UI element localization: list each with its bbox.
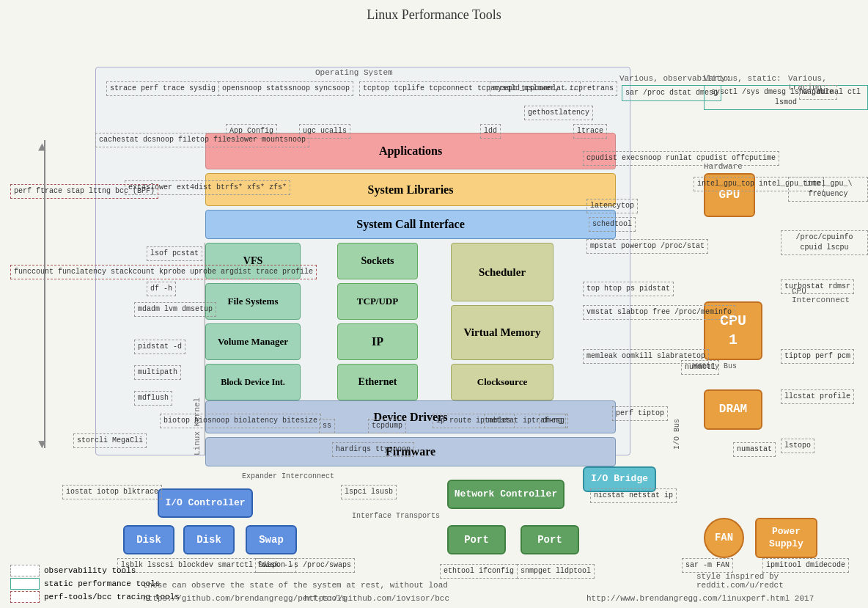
scheduler-block: Scheduler: [451, 243, 553, 301]
legend-obs-box: [10, 565, 40, 576]
tool-dmesg: dmesg: [539, 414, 568, 428]
volume-manager-block: Volume Manager: [205, 323, 301, 360]
tool-snmpget: snmpget lldptool: [517, 564, 595, 579]
tool-cachestat: cachestat dcsnoop filetop fileslower mou…: [95, 133, 309, 147]
tool-perf-tiptop: perf tiptop: [612, 406, 668, 421]
tool-biotop: biotop biosnoop biolatency bitesize: [160, 414, 321, 428]
tool-tiptop-perf: tiptop perf pcm: [781, 349, 854, 364]
tool-llcstat: llcstat profile: [781, 389, 854, 404]
virtual-memory-block: Virtual Memory: [451, 305, 553, 360]
tool-sar-fan: sar -m FAN: [682, 558, 733, 573]
tool-intel-gpu-freq: intel_gpu_\ frequency: [788, 177, 868, 202]
network-controller-block: Network Controller: [447, 480, 564, 509]
tool-mpstat: mpstat powertop /proc/stat: [586, 239, 708, 254]
port2-block: Port: [521, 525, 579, 554]
tool-ltrace: ltrace: [573, 124, 607, 139]
tool-df-h: df -h: [147, 282, 176, 296]
tcp-udp-block: TCP/UDP: [337, 283, 418, 320]
tool-opensnoop: opensnoop statssnoop syncsoop: [218, 81, 353, 96]
system-call-block: System Call Interface: [205, 210, 616, 239]
tool-ipmitool: ipmitool dmidecode: [762, 558, 849, 573]
tool-pidstat-d: pidstat -d: [134, 340, 185, 354]
tool-gethostlatency: gethostlatency: [524, 106, 593, 120]
ethernet-block: Ethernet: [337, 364, 418, 400]
disk1-block: Disk: [123, 525, 174, 554]
sockets-block: Sockets: [337, 243, 418, 279]
interface-transports-label: Interface Transports: [352, 512, 440, 520]
tool-cpudist: cpudist execsnoop runlat cpudist offcput…: [583, 151, 779, 166]
port1-block: Port: [447, 525, 506, 554]
tool-ldd: ldd: [480, 124, 501, 139]
page-title: Linux Performance Tools: [0, 0, 868, 26]
bcc-link[interactable]: https://github.com/iovisor/bcc: [304, 594, 449, 603]
tool-lspci: lspci lsusb: [341, 485, 397, 499]
tool-sysctl: sysctl /sys dmesg lshw journal ctl lsmod: [704, 85, 868, 110]
fan-block: FAN: [704, 518, 744, 558]
tool-ethtool: ethtool ifconfig: [440, 564, 518, 579]
tool-schedtool: schedtool: [589, 217, 636, 232]
disk2-block: Disk: [183, 525, 235, 554]
clocksource-block: Clocksource: [451, 364, 553, 400]
down-arrow: ▼: [38, 437, 46, 452]
tool-capable: capable: [799, 85, 837, 100]
tool-lsof: lsof pcstat: [147, 246, 202, 261]
power-supply-block: Power Supply: [755, 518, 817, 558]
io-controller-block: I/O Controller: [158, 488, 253, 518]
tool-iostat: iostat iotop blktrace: [62, 485, 162, 499]
tool-ss: ss: [319, 419, 335, 433]
tool-proc-cpuinfo: /proc/cpuinfo cpuid lscpu: [781, 230, 868, 255]
os-label: Operating System: [315, 68, 393, 77]
tool-numactl: numactl: [681, 360, 719, 375]
tool-funccount: funccount funclatency stackcount kprobe …: [10, 265, 317, 279]
tool-nicstat: nicstat netstat ip: [590, 488, 677, 503]
tool-numastat: numastat: [733, 442, 776, 457]
static-description: these can observe the state of the syste…: [143, 581, 448, 590]
legend-perf-box: [10, 591, 40, 603]
tool-strace: strace perf trace sysdig: [106, 81, 219, 96]
ip-block: IP: [337, 323, 418, 360]
left-arrow-line: [44, 140, 45, 448]
tool-lstopo: lstopo: [781, 439, 814, 453]
tool-latencytop: latencytop: [586, 199, 638, 213]
up-arrow: ▲: [38, 140, 46, 155]
swap-block: Swap: [246, 525, 297, 554]
tool-hardirqs: hardirqs ttysnoop: [332, 442, 414, 457]
io-bus-label: I/O Bus: [673, 419, 681, 450]
expander-interconnect-label: Expander Interconnect: [242, 472, 334, 480]
credit-label: style inspired by reddit.com/u/redct: [696, 572, 868, 590]
legend-static: static performance tools: [10, 578, 160, 590]
tool-mysqld: mysqld_qslower, ...: [490, 81, 581, 96]
tool-turbostat: turbostat rdmsr: [781, 279, 854, 294]
tool-storcli: storcli MegaCli: [73, 433, 147, 448]
tool-swapon: swapon -s /proc/swaps: [255, 558, 355, 573]
diagram-container: Operating System Various, observability:…: [0, 26, 868, 608]
tool-perf-ftrace: perf ftrace stap lttng bcc (BPF): [10, 184, 158, 199]
tool-top-htop: top htop ps pidstat: [583, 282, 674, 296]
legend-static-box: [10, 578, 40, 590]
tool-mdadm: mdadm lvm dmsetup: [134, 302, 216, 317]
tool-multipath: multipath: [134, 365, 181, 380]
tool-vmstat: vmstat slabtop free /proc/meminfo: [583, 305, 735, 320]
linuxperf-link[interactable]: http://www.brendangregg.com/linuxperf.ht…: [586, 594, 814, 603]
dram-block: DRAM: [704, 389, 762, 430]
file-systems-block: File Systems: [205, 283, 301, 320]
tool-tcpdump: tcpdump: [368, 419, 406, 433]
various-static-label: Various, static:: [704, 74, 781, 83]
legend-observability: observability tools: [10, 565, 136, 576]
tool-mdflush: mdflush: [134, 391, 172, 406]
block-device-block: Block Device Int.: [205, 364, 301, 400]
